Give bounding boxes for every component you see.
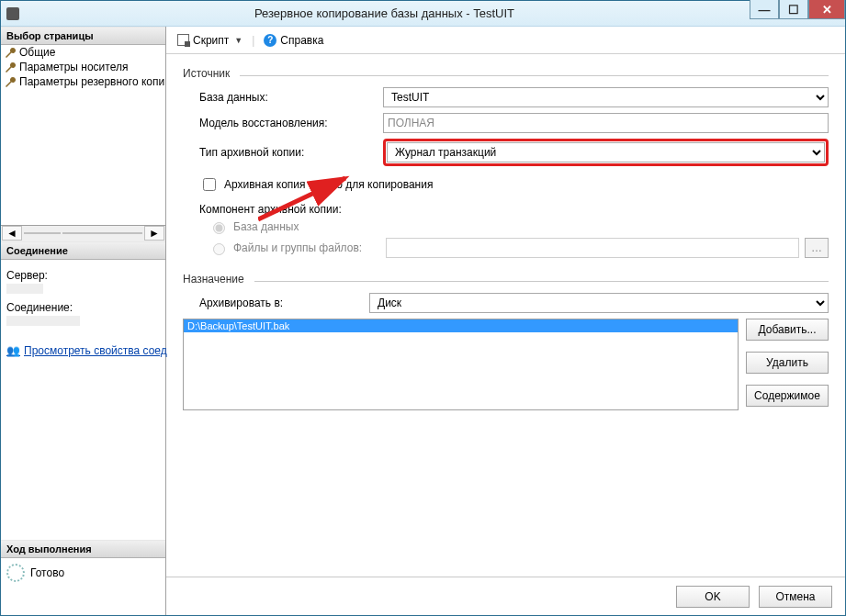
progress-status: Готово	[30, 566, 64, 579]
script-label: Скрипт	[193, 34, 229, 47]
row-recovery-model: Модель восстановления:	[199, 113, 829, 133]
scroll-right-icon[interactable]: ►	[144, 226, 164, 241]
backup-to-label: Архивировать в:	[199, 297, 369, 309]
ok-button[interactable]: OK	[676, 586, 750, 608]
server-label: Сервер:	[6, 269, 160, 282]
script-icon	[177, 34, 189, 46]
scroll-thumb[interactable]	[24, 232, 61, 234]
connection-block: Сервер: Соединение: 👥 Просмотреть свойст…	[1, 260, 165, 361]
window-title: Резервное копирование базы данных - Test…	[19, 6, 750, 20]
backup-path-list[interactable]: D:\Backup\TestUIT.bak	[183, 319, 739, 410]
spinner-icon	[6, 564, 25, 582]
destination-area: D:\Backup\TestUIT.bak Добавить... Удалит…	[183, 319, 829, 410]
form-area: Источник База данных: TestUIT Модель вос…	[166, 54, 845, 577]
titlebar[interactable]: Резервное копирование базы данных - Test…	[1, 1, 845, 27]
radio-db-label: База данных	[233, 220, 299, 233]
remove-button[interactable]: Удалить	[746, 352, 829, 374]
maximize-button[interactable]: ☐	[779, 0, 808, 19]
toolbar: Скрипт ▼ | ? Справка	[166, 27, 845, 54]
app-icon	[6, 7, 19, 20]
sidebar-scrollbar[interactable]: ◄ ►	[1, 225, 165, 241]
component-db-radio	[213, 222, 225, 234]
contents-button[interactable]: Содержимое	[746, 385, 829, 407]
wrench-icon	[5, 47, 16, 58]
sidebar-item-label: Параметры резервного копир	[19, 75, 165, 88]
wrench-icon	[5, 76, 16, 87]
server-value	[6, 284, 43, 294]
progress-header: Ход выполнения	[1, 540, 165, 558]
scroll-left-icon[interactable]: ◄	[2, 226, 22, 241]
view-connection-props-link[interactable]: 👥 Просмотреть свойства соед	[6, 344, 160, 357]
minimize-button[interactable]: —	[750, 0, 779, 19]
sidebar-item-backup-opts[interactable]: Параметры резервного копир	[1, 74, 165, 89]
connection-label: Соединение:	[6, 301, 160, 314]
recovery-model-label: Модель восстановления:	[199, 117, 383, 129]
sidebar-item-general[interactable]: Общие	[1, 45, 165, 60]
page-list: Общие Параметры носителя Параметры резер…	[1, 45, 165, 225]
database-label: База данных:	[199, 91, 383, 104]
script-button[interactable]: Скрипт ▼	[174, 32, 246, 49]
cancel-button[interactable]: Отмена	[759, 586, 832, 608]
help-icon: ?	[264, 34, 276, 47]
files-text-field	[386, 238, 799, 258]
dialog-window: Резервное копирование базы данных - Test…	[0, 0, 846, 616]
component-label: Компонент архивной копии:	[199, 203, 829, 216]
backup-type-label: Тип архивной копии:	[199, 146, 383, 159]
backup-to-select[interactable]: Диск	[369, 293, 829, 313]
content-pane: Скрипт ▼ | ? Справка Источник	[166, 27, 845, 615]
sidebar-item-label: Параметры носителя	[19, 61, 128, 73]
component-files-radio	[213, 243, 225, 255]
chevron-down-icon[interactable]: ▼	[234, 36, 243, 45]
add-button[interactable]: Добавить...	[746, 319, 829, 341]
backup-type-highlight: Журнал транзакций	[383, 139, 829, 166]
files-browse-button: …	[805, 238, 829, 258]
copy-only-checkbox[interactable]	[203, 178, 216, 191]
progress-block: Готово	[1, 558, 165, 588]
sidebar-item-label: Общие	[19, 46, 55, 59]
row-backup-to: Архивировать в: Диск	[199, 293, 829, 313]
sidebar: Выбор страницы Общие Параметры носителя …	[1, 27, 166, 615]
select-page-header: Выбор страницы	[1, 27, 165, 45]
wrench-icon	[5, 62, 16, 73]
row-database: База данных: TestUIT	[199, 87, 829, 107]
copy-only-label: Архивная копия только для копирования	[224, 178, 433, 191]
help-label: Справка	[280, 34, 323, 47]
destination-legend: Назначение	[183, 273, 829, 286]
row-radio-database: База данных	[209, 219, 829, 234]
recovery-model-field	[383, 113, 829, 133]
row-copy-only[interactable]: Архивная копия только для копирования	[199, 175, 829, 194]
row-backup-type: Тип архивной копии: Журнал транзакций	[199, 139, 829, 166]
close-button[interactable]: ✕	[808, 0, 845, 19]
backup-type-select[interactable]: Журнал транзакций	[387, 142, 825, 162]
radio-files-label: Файлы и группы файлов:	[233, 241, 380, 254]
row-radio-files: Файлы и группы файлов: …	[209, 238, 829, 258]
dialog-footer: OK Отмена	[166, 577, 845, 615]
source-legend: Источник	[183, 67, 829, 80]
sidebar-item-media[interactable]: Параметры носителя	[1, 60, 165, 74]
backup-path-item[interactable]: D:\Backup\TestUIT.bak	[184, 319, 738, 332]
help-button[interactable]: ? Справка	[260, 32, 327, 49]
view-props-label: Просмотреть свойства соед	[24, 344, 167, 357]
people-icon: 👥	[6, 344, 20, 357]
database-select[interactable]: TestUIT	[383, 87, 829, 107]
connection-header: Соединение	[1, 241, 165, 260]
connection-value	[6, 316, 80, 326]
